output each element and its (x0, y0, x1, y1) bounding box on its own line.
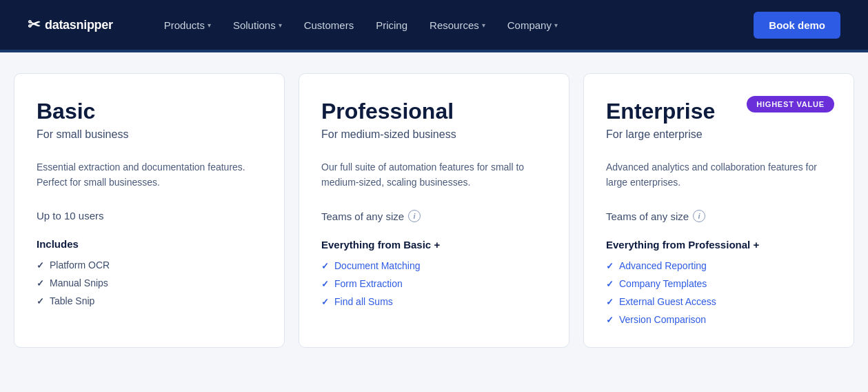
chevron-down-icon: ▾ (482, 21, 485, 29)
plan-name-professional: Professional (321, 99, 547, 124)
includes-heading-professional: Everything from Basic + (321, 239, 547, 251)
logo[interactable]: ✂ datasnipper (28, 16, 113, 34)
pricing-card-basic: Basic For small business Essential extra… (14, 73, 285, 348)
check-icon: ✓ (321, 261, 329, 271)
feature-item: ✓ Company Templates (606, 278, 831, 289)
chevron-down-icon: ▾ (554, 21, 558, 29)
feature-item: ✓ Table Snip (37, 295, 262, 306)
feature-item: ✓ Manual Snips (37, 277, 262, 288)
info-icon: i (693, 210, 705, 222)
info-icon: i (408, 210, 421, 222)
chevron-down-icon: ▾ (279, 21, 282, 29)
pricing-card-enterprise: HIGHEST VALUE Enterprise For large enter… (583, 73, 854, 348)
plan-subtitle-basic: For small business (37, 128, 262, 141)
nav-item-resources[interactable]: Resources ▾ (420, 14, 495, 37)
feature-list-basic: ✓ Platform OCR ✓ Manual Snips ✓ Table Sn… (37, 259, 262, 306)
feature-list-enterprise: ✓ Advanced Reporting ✓ Company Templates… (606, 260, 831, 325)
feature-item: ✓ Platform OCR (37, 259, 262, 271)
feature-item: ✓ Version Comparison (606, 314, 831, 325)
check-icon: ✓ (606, 261, 614, 271)
plan-users-professional: Teams of any size i (321, 210, 547, 222)
feature-item: ✓ Find all Sums (321, 296, 547, 307)
plan-description-professional: Our full suite of automation features fo… (321, 160, 547, 196)
plan-subtitle-enterprise: For large enterprise (606, 128, 831, 141)
plan-description-basic: Essential extraction and documentation f… (37, 160, 262, 196)
feature-item: ✓ Form Extraction (321, 278, 547, 289)
check-icon: ✓ (37, 296, 44, 306)
plan-subtitle-professional: For medium-sized business (321, 128, 547, 141)
nav-item-products[interactable]: Products ▾ (154, 14, 221, 37)
check-icon: ✓ (321, 297, 329, 307)
navigation: ✂ datasnipper Products ▾ Solutions ▾ Cus… (0, 0, 868, 50)
feature-list-professional: ✓ Document Matching ✓ Form Extraction ✓ … (321, 260, 547, 307)
logo-text: datasnipper (45, 18, 113, 32)
plan-name-basic: Basic (37, 99, 262, 124)
check-icon: ✓ (37, 260, 44, 271)
check-icon: ✓ (606, 315, 614, 325)
nav-item-company[interactable]: Company ▾ (498, 14, 567, 37)
nav-item-pricing[interactable]: Pricing (366, 14, 417, 37)
check-icon: ✓ (606, 297, 614, 307)
chevron-down-icon: ▾ (208, 21, 211, 29)
includes-heading-enterprise: Everything from Professional + (606, 239, 831, 251)
feature-item: ✓ Advanced Reporting (606, 260, 831, 271)
feature-item: ✓ Document Matching (321, 260, 547, 271)
plan-users-enterprise: Teams of any size i (606, 210, 831, 222)
plan-users-basic: Up to 10 users (37, 210, 262, 222)
pricing-card-professional: Professional For medium-sized business O… (299, 73, 569, 348)
pricing-section: Basic For small business Essential extra… (0, 52, 868, 375)
includes-heading-basic: Includes (37, 238, 262, 250)
check-icon: ✓ (321, 279, 329, 289)
feature-item: ✓ External Guest Access (606, 296, 831, 307)
highest-value-badge: HIGHEST VALUE (747, 96, 834, 112)
nav-item-solutions[interactable]: Solutions ▾ (223, 14, 292, 37)
book-demo-button[interactable]: Book demo (754, 12, 840, 39)
check-icon: ✓ (606, 279, 614, 289)
plan-description-enterprise: Advanced analytics and collaboration fea… (606, 160, 831, 196)
check-icon: ✓ (37, 278, 44, 288)
nav-links: Products ▾ Solutions ▾ Customers Pricing… (154, 14, 754, 37)
logo-icon: ✂ (28, 16, 39, 34)
nav-item-customers[interactable]: Customers (294, 14, 364, 37)
